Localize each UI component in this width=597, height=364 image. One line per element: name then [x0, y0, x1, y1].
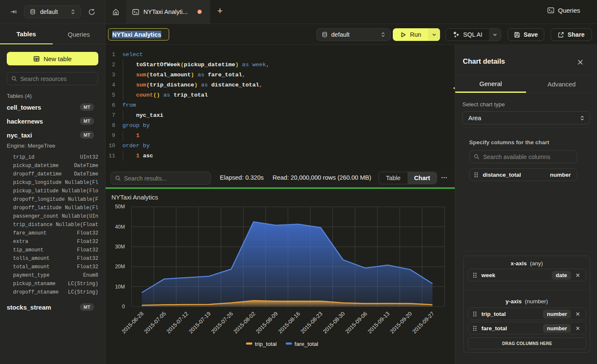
- svg-text:trip_total: trip_total: [255, 341, 277, 347]
- svg-text:2015-09-06: 2015-09-06: [344, 310, 368, 335]
- svg-text:2015-09-13: 2015-09-13: [366, 310, 391, 335]
- svg-text:2015-07-05: 2015-07-05: [143, 310, 167, 335]
- svg-text:30M: 30M: [115, 244, 125, 250]
- svg-text:2015-07-26: 2015-07-26: [210, 310, 234, 335]
- svg-text:2015-08-23: 2015-08-23: [299, 310, 324, 335]
- svg-text:2015-08-30: 2015-08-30: [321, 310, 346, 335]
- svg-text:20M: 20M: [115, 264, 125, 270]
- svg-text:2015-09-27: 2015-09-27: [411, 310, 435, 335]
- svg-text:2015-06-28: 2015-06-28: [120, 310, 145, 335]
- svg-text:2015-07-19: 2015-07-19: [187, 310, 212, 335]
- svg-text:fare_total: fare_total: [294, 341, 318, 347]
- svg-text:40M: 40M: [115, 224, 125, 230]
- svg-text:2015-08-02: 2015-08-02: [232, 310, 257, 335]
- svg-text:2015-07-12: 2015-07-12: [165, 310, 189, 335]
- svg-text:2015-08-09: 2015-08-09: [254, 310, 279, 335]
- svg-text:2015-08-16: 2015-08-16: [277, 310, 301, 335]
- svg-text:2015-09-20: 2015-09-20: [389, 310, 413, 335]
- svg-text:50M: 50M: [115, 204, 125, 210]
- svg-text:0: 0: [122, 304, 125, 310]
- svg-text:10M: 10M: [115, 284, 125, 290]
